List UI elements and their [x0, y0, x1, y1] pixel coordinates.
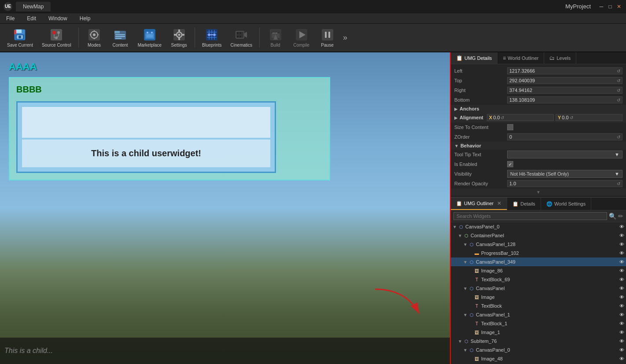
- tree-item[interactable]: ▼ ⬡ CanvasPanel_349 👁: [451, 257, 626, 266]
- cinematics-button[interactable]: Cinematics: [227, 26, 256, 50]
- top-reset[interactable]: ↺: [617, 78, 620, 83]
- tree-item[interactable]: ▼ ⬡ ContainerPanel 👁: [451, 231, 626, 240]
- source-control-button[interactable]: Source Control: [38, 26, 75, 50]
- tree-arrow[interactable]: ▼: [453, 224, 457, 229]
- tree-item[interactable]: ▶ 🖼 Image_1 👁: [451, 328, 626, 337]
- top-value[interactable]: 292.040039 ↺: [507, 77, 622, 84]
- eye-icon[interactable]: 👁: [619, 312, 624, 317]
- tree-item[interactable]: ▼ ⬡ CanvasPanel_0 👁: [451, 346, 626, 354]
- menu-edit[interactable]: Edit: [24, 15, 39, 22]
- alignment-section[interactable]: ▶ Alignment X 0.0 ↺ Y 0.0 ↺: [451, 113, 626, 122]
- menu-help[interactable]: Help: [77, 15, 93, 22]
- eye-icon[interactable]: 👁: [619, 347, 624, 353]
- outliner-search-input[interactable]: [453, 212, 607, 220]
- details-icon: 📋: [512, 201, 519, 207]
- toolbar-more[interactable]: »: [341, 31, 349, 44]
- title-tab[interactable]: NewMap: [16, 2, 51, 11]
- modes-button[interactable]: Modes: [82, 26, 107, 50]
- compile-button[interactable]: Compile: [289, 26, 313, 50]
- tree-item[interactable]: ▼ ⬡ SubItem_76 👁: [451, 337, 626, 346]
- menu-window[interactable]: Window: [46, 15, 70, 22]
- eye-icon[interactable]: 👁: [619, 268, 624, 273]
- tab-world-settings[interactable]: 🌐 World Settings: [541, 198, 591, 210]
- right-value[interactable]: 374.94162 ↺: [507, 87, 622, 94]
- tree-item[interactable]: ▶ ▬ ProgressBar_102 👁: [451, 249, 626, 257]
- viewport[interactable]: AAAA BBBB This is a child userwidget!: [0, 52, 450, 364]
- alignment-y-field[interactable]: Y 0.0 ↺: [556, 114, 622, 121]
- behavior-section[interactable]: ▼ Behavior: [451, 142, 626, 150]
- menu-file[interactable]: File: [4, 15, 17, 22]
- eye-icon[interactable]: 👁: [619, 303, 624, 309]
- anchors-section[interactable]: ▶ Anchors: [451, 105, 626, 113]
- maximize-button[interactable]: □: [607, 3, 614, 10]
- marketplace-button[interactable]: Marketplace: [134, 26, 165, 50]
- close-button[interactable]: ✕: [615, 3, 622, 10]
- eye-icon[interactable]: 👁: [619, 233, 624, 238]
- size-to-content-checkbox[interactable]: [507, 124, 513, 130]
- zorder-value[interactable]: 0 ↺: [507, 133, 622, 140]
- tree-item[interactable]: ▶ T TextBlock 👁: [451, 301, 626, 310]
- render-opacity-reset[interactable]: ↺: [617, 181, 620, 186]
- tree-arrow[interactable]: ▼: [463, 348, 468, 353]
- settings-button[interactable]: Settings: [167, 26, 191, 50]
- visibility-value[interactable]: Not Hit-Testable (Self Only) ▼: [507, 170, 622, 178]
- tree-item[interactable]: ▶ 🖼 Image 👁: [451, 293, 626, 301]
- save-current-button[interactable]: Save Current: [4, 26, 37, 50]
- umg-outliner-close[interactable]: ✕: [497, 200, 501, 206]
- tree-arrow[interactable]: ▼: [463, 313, 468, 317]
- tooltip-value[interactable]: ▼: [507, 151, 622, 158]
- build-button[interactable]: Build: [263, 26, 287, 50]
- tab-umg-outliner[interactable]: 📋 UMG Outliner ✕: [451, 198, 507, 210]
- tree-arrow[interactable]: ▼: [463, 242, 468, 247]
- tree-arrow[interactable]: ▼: [458, 233, 462, 238]
- edit-icon[interactable]: ✏: [618, 213, 623, 220]
- tree-item[interactable]: ▼ ⬡ CanvasPanel 👁: [451, 284, 626, 293]
- eye-icon[interactable]: 👁: [619, 356, 624, 361]
- is-enabled-checkbox[interactable]: [507, 161, 513, 167]
- tree-arrow[interactable]: ▼: [463, 286, 468, 291]
- left-value[interactable]: 1217.32666 ↺: [507, 67, 622, 74]
- tree-item[interactable]: ▼ ⬡ CanvasPanel_0 👁: [451, 222, 626, 231]
- svg-point-34: [178, 34, 180, 36]
- detail-top-row: Top 292.040039 ↺: [451, 76, 626, 85]
- eye-icon[interactable]: 👁: [619, 259, 624, 265]
- tree-item[interactable]: ▶ T TextBlock_1 👁: [451, 319, 626, 328]
- eye-icon[interactable]: 👁: [619, 321, 624, 326]
- alignment-y-reset[interactable]: ↺: [570, 115, 573, 120]
- alignment-x-reset[interactable]: ↺: [501, 115, 504, 120]
- window-controls[interactable]: ─ □ ✕: [598, 3, 622, 10]
- tab-levels[interactable]: 🗂 Levels: [544, 52, 576, 64]
- eye-icon[interactable]: 👁: [619, 330, 624, 335]
- tree-arrow[interactable]: ▼: [463, 260, 468, 265]
- eye-icon[interactable]: 👁: [619, 294, 624, 300]
- tree-item[interactable]: ▼ ⬡ CanvasPanel_1 👁: [451, 310, 626, 319]
- blueprints-button[interactable]: Blueprints: [199, 26, 225, 50]
- anchors-label: Anchors: [460, 106, 479, 111]
- pause-button[interactable]: Pause: [315, 26, 339, 50]
- tab-umg-details[interactable]: 📋 UMG Details: [451, 52, 497, 64]
- menu-bar: File Edit Window Help: [0, 13, 626, 24]
- eye-icon[interactable]: 👁: [619, 250, 624, 256]
- tree-item[interactable]: ▶ 🖼 Image_48 👁: [451, 354, 626, 363]
- zorder-reset[interactable]: ↺: [617, 135, 620, 140]
- bottom-reset[interactable]: ↺: [617, 98, 620, 103]
- eye-icon[interactable]: 👁: [619, 286, 624, 291]
- tree-item[interactable]: ▶ 🖼 Image_86 👁: [451, 266, 626, 275]
- tree-item[interactable]: ▼ ⬡ CanvasPanel_128 👁: [451, 240, 626, 249]
- minimize-button[interactable]: ─: [598, 3, 605, 10]
- right-reset[interactable]: ↺: [617, 88, 620, 93]
- bottom-value[interactable]: 138.108109 ↺: [507, 96, 622, 103]
- alignment-x-field[interactable]: X 0.0 ↺: [487, 114, 554, 121]
- tree-item[interactable]: ▶ T TextBlock_69 👁: [451, 275, 626, 284]
- render-opacity-value[interactable]: 1.0 ↺: [507, 180, 622, 187]
- eye-icon[interactable]: 👁: [619, 242, 624, 247]
- tab-world-outliner[interactable]: ≡ World Outliner: [497, 52, 544, 64]
- tab-details[interactable]: 📋 Details: [507, 198, 541, 210]
- eye-icon[interactable]: 👁: [619, 277, 624, 282]
- tree-arrow[interactable]: ▼: [458, 339, 462, 344]
- search-icon[interactable]: 🔍: [609, 213, 616, 220]
- eye-icon[interactable]: 👁: [619, 224, 624, 229]
- left-reset[interactable]: ↺: [617, 69, 620, 74]
- content-button[interactable]: Content: [108, 26, 133, 50]
- eye-icon[interactable]: 👁: [619, 338, 624, 344]
